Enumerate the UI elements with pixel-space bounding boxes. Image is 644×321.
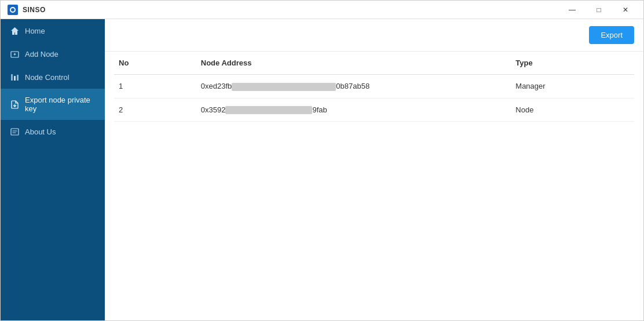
sidebar-item-export-label: Export node private key xyxy=(25,96,96,113)
sidebar: Home Add Node xyxy=(1,19,105,320)
app-title: SINSO xyxy=(23,6,46,14)
address-blur-2 xyxy=(225,106,312,114)
content-area: Export No Node Address Type 1 xyxy=(105,19,643,320)
svg-rect-1 xyxy=(11,74,13,81)
title-bar: SINSO — □ ✕ xyxy=(1,1,643,19)
home-icon xyxy=(10,26,19,35)
address-blur-1 xyxy=(232,83,336,91)
minimize-button[interactable]: — xyxy=(559,1,586,19)
svg-rect-2 xyxy=(14,76,16,81)
sidebar-item-node-control[interactable]: Node Control xyxy=(1,65,105,89)
cell-row1-address: 0xed23fb 0b87ab58 xyxy=(196,75,511,99)
about-icon xyxy=(10,127,19,136)
sidebar-item-node-control-label: Node Control xyxy=(25,73,69,82)
cell-row1-type: Manager xyxy=(511,75,634,99)
sidebar-item-about-us-label: About Us xyxy=(25,127,56,136)
sidebar-item-home[interactable]: Home xyxy=(1,19,105,42)
add-node-icon xyxy=(10,49,19,59)
app-window: SINSO — □ ✕ Home xyxy=(0,0,644,321)
address-start-2: 0x3592 xyxy=(201,105,226,114)
sidebar-item-export-node-private-key[interactable]: Export node private key xyxy=(1,89,105,120)
app-logo xyxy=(8,5,18,15)
svg-rect-3 xyxy=(17,75,19,81)
sidebar-item-about-us[interactable]: About Us xyxy=(1,120,105,143)
table-row: 1 0xed23fb 0b87ab58 Manager xyxy=(114,75,634,99)
maximize-button[interactable]: □ xyxy=(586,1,612,19)
content-toolbar: Export xyxy=(105,19,643,52)
sidebar-item-add-node[interactable]: Add Node xyxy=(1,42,105,65)
address-end-2: 9fab xyxy=(312,105,327,114)
logo-inner xyxy=(10,7,16,13)
nodes-table: No Node Address Type 1 0xed23fb 0b87ab58… xyxy=(114,52,634,122)
main-area: Home Add Node xyxy=(1,19,643,320)
col-header-address: Node Address xyxy=(196,52,511,75)
cell-row2-type: Node xyxy=(511,98,634,122)
cell-row2-no: 2 xyxy=(114,98,196,122)
table-container: No Node Address Type 1 0xed23fb 0b87ab58… xyxy=(105,52,643,320)
export-button[interactable]: Export xyxy=(589,26,634,44)
cell-row1-no: 1 xyxy=(114,75,196,99)
svg-rect-4 xyxy=(11,129,19,135)
export-icon xyxy=(10,100,19,109)
col-header-type: Type xyxy=(511,52,634,75)
address-end-1: 0b87ab58 xyxy=(336,82,369,90)
col-header-no: No xyxy=(114,52,196,75)
title-bar-left: SINSO xyxy=(8,5,46,15)
sidebar-item-home-label: Home xyxy=(25,27,45,35)
sidebar-item-add-node-label: Add Node xyxy=(25,50,58,59)
table-row: 2 0x3592 9fab Node xyxy=(114,98,634,122)
cell-row2-address: 0x3592 9fab xyxy=(196,98,511,122)
address-start-1: 0xed23fb xyxy=(201,82,232,90)
close-button[interactable]: ✕ xyxy=(612,1,639,19)
window-controls: — □ ✕ xyxy=(559,1,639,19)
table-header-row: No Node Address Type xyxy=(114,52,634,75)
node-control-icon xyxy=(10,72,19,82)
